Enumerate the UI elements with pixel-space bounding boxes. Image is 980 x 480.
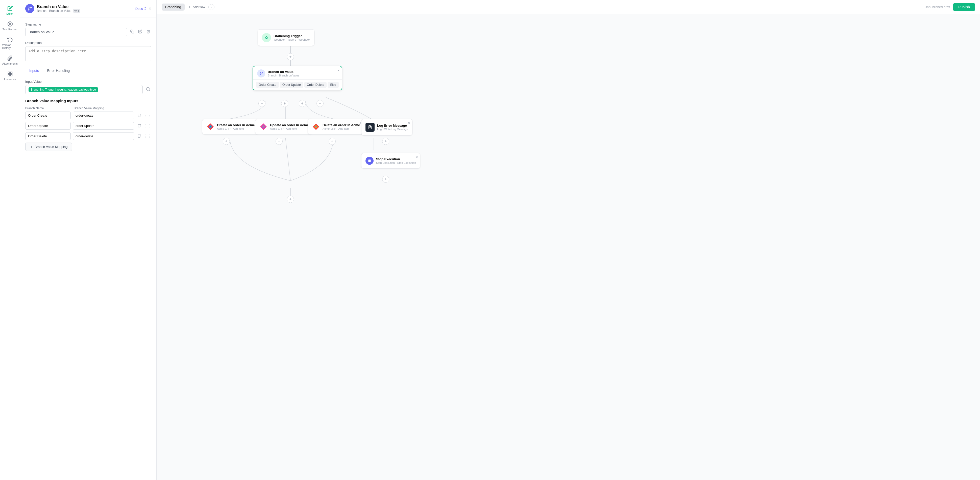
trigger-node-info: Branching Trigger Webhook Triggers - Web…	[274, 34, 310, 41]
sidebar-item-instances[interactable]: Instances	[0, 68, 20, 84]
webhook-icon	[264, 35, 269, 40]
branch-tab-order-create[interactable]: Order Create	[256, 82, 279, 88]
plus-btn-4-wrapper: +	[299, 100, 306, 107]
delete-mapping-0-button[interactable]	[136, 112, 142, 119]
input-value-tag-input[interactable]: Branching Trigger | results.headers.payl…	[25, 85, 143, 94]
docs-link[interactable]: Docs	[135, 7, 147, 11]
trigger-node-sub: Webhook Triggers - Webhook	[274, 38, 310, 41]
branch-icon	[27, 6, 32, 11]
branch-name-1[interactable]	[25, 122, 71, 130]
paperclip-icon	[7, 55, 13, 61]
step-name-input[interactable]	[25, 28, 127, 36]
branch-value-2[interactable]	[73, 132, 134, 140]
search-input-button[interactable]	[145, 86, 151, 93]
flow-inner: Branching Trigger Webhook Triggers - Web…	[157, 14, 611, 241]
edit-button[interactable]	[137, 29, 143, 36]
tab-inputs[interactable]: Inputs	[25, 67, 43, 75]
branch-tab-else[interactable]: Else	[328, 82, 339, 88]
plus-btn-2[interactable]: +	[258, 100, 266, 107]
branch-node-sub: Branch - Branch on Value	[268, 74, 299, 77]
stop-execution-header: Stop Execution Stop Execution - Stop Exe…	[366, 157, 416, 165]
svg-point-25	[262, 72, 262, 73]
plus-btn-3-wrapper: +	[281, 100, 288, 107]
stop-execution-close-button[interactable]: ×	[416, 155, 418, 159]
tab-branching[interactable]: Branching	[162, 3, 185, 11]
delete-mapping-2-button[interactable]	[136, 133, 142, 140]
sidebar-item-editor[interactable]: Editor	[0, 3, 20, 18]
mapping-headers: Branch Name Branch Value Mapping	[25, 106, 151, 110]
play-icon	[7, 21, 13, 27]
log-error-node[interactable]: × Log Error Message Log - Write L	[361, 119, 412, 136]
plus-btn-6[interactable]: +	[223, 138, 230, 145]
delete-order-node[interactable]: × Delete an order in Acme Acme ERP - Add…	[308, 119, 364, 135]
plus-btn-4[interactable]: +	[299, 100, 306, 107]
log-error-title: Log Error Message	[377, 124, 408, 127]
drag-handle-0[interactable]: ⋮⋮	[143, 113, 151, 118]
plus-btn-7[interactable]: +	[275, 138, 283, 145]
plus-btn-11[interactable]: +	[287, 196, 294, 203]
plus-btn-5[interactable]: +	[317, 100, 323, 107]
drag-handle-1[interactable]: ⋮⋮	[143, 124, 151, 128]
publish-button[interactable]: Publish	[953, 3, 975, 11]
branch-node-close-button[interactable]: ×	[338, 68, 340, 73]
log-error-icon	[366, 123, 375, 132]
create-order-title: Create an order in Acme	[217, 123, 255, 127]
branch-value-1[interactable]	[73, 122, 134, 130]
mapping-row-0: ⋮⋮	[25, 112, 151, 119]
plus-btn-8[interactable]: +	[329, 138, 336, 145]
log-error-node-info: Log Error Message Log - Write Log Messag…	[377, 124, 408, 131]
panel-close-button[interactable]: ×	[148, 6, 151, 11]
top-bar-right: Unpublished draft Publish	[924, 3, 975, 11]
trash-icon	[137, 124, 141, 127]
log-error-node-header: Log Error Message Log - Write Log Messag…	[366, 123, 408, 132]
input-tabs: Inputs Error Handling	[25, 67, 151, 75]
input-value-group: Input Value Branching Trigger | results.…	[25, 80, 151, 94]
branch-tab-order-delete[interactable]: Order Delete	[304, 82, 327, 88]
plus-btn-1[interactable]: +	[287, 53, 294, 60]
description-input[interactable]	[25, 46, 151, 61]
sidebar-item-test-runner[interactable]: Test Runner	[0, 18, 20, 34]
add-flow-button[interactable]: Add flow	[188, 5, 205, 9]
update-order-node[interactable]: × Update an order in Acme Acme ERP - Add…	[255, 119, 313, 135]
drag-handle-2[interactable]: ⋮⋮	[143, 134, 151, 139]
plus-btn-10[interactable]: +	[382, 176, 389, 183]
log-error-close-button[interactable]: ×	[408, 121, 410, 125]
delete-mapping-1-button[interactable]	[136, 122, 142, 130]
branch-name-2[interactable]	[25, 132, 71, 140]
input-value-label: Input Value	[25, 80, 151, 84]
input-value-row: Branching Trigger | results.headers.payl…	[25, 85, 151, 94]
svg-point-24	[260, 72, 261, 73]
plus-btn-9[interactable]: +	[382, 138, 389, 145]
svg-rect-2	[8, 72, 10, 73]
svg-point-11	[146, 87, 149, 90]
create-order-node[interactable]: × Create an order in Acme Acme ERP - Add…	[202, 119, 259, 135]
tab-error-handling[interactable]: Error Handling	[43, 67, 74, 75]
sidebar-item-attachments[interactable]: Attachments	[0, 52, 20, 68]
delete-order-icon	[312, 123, 320, 131]
mapping-section-title: Branch Value Mapping Inputs	[25, 99, 151, 103]
branch-tab-order-update[interactable]: Order Update	[280, 82, 303, 88]
plus-btn-10-wrapper: +	[382, 176, 389, 183]
help-button[interactable]: ?	[208, 4, 215, 10]
search-icon	[146, 87, 150, 91]
mapping-section: Branch Value Mapping Inputs Branch Name …	[25, 99, 151, 151]
delete-order-sub: Acme ERP - Add Item	[323, 127, 360, 130]
mapping-row-1: ⋮⋮	[25, 122, 151, 130]
stop-execution-node[interactable]: × Stop Execution Stop Execution - Stop E…	[361, 153, 420, 169]
branch-tabs: Order Create Order Update Order Delete E…	[253, 80, 342, 90]
sidebar-item-attachments-label: Attachments	[2, 62, 18, 65]
sidebar-item-version-history[interactable]: Version History	[0, 34, 20, 52]
plus-btn-3[interactable]: +	[281, 100, 288, 107]
copy-button[interactable]	[129, 29, 135, 36]
branch-name-0[interactable]	[25, 112, 71, 119]
plus-btn-6-wrapper: +	[223, 138, 230, 145]
branch-node[interactable]: Branch on Value Branch - Branch on Value…	[253, 66, 342, 90]
log-error-sub: Log - Write Log Message	[377, 128, 408, 131]
add-mapping-button[interactable]: Branch Value Mapping	[25, 143, 72, 151]
acme-diamond-3	[312, 123, 320, 130]
trigger-node[interactable]: Branching Trigger Webhook Triggers - Web…	[258, 29, 315, 46]
svg-rect-38	[368, 160, 371, 162]
branch-value-0[interactable]	[73, 112, 134, 119]
flow-canvas[interactable]: Branching Trigger Webhook Triggers - Web…	[157, 14, 980, 480]
delete-step-button[interactable]	[145, 29, 151, 36]
